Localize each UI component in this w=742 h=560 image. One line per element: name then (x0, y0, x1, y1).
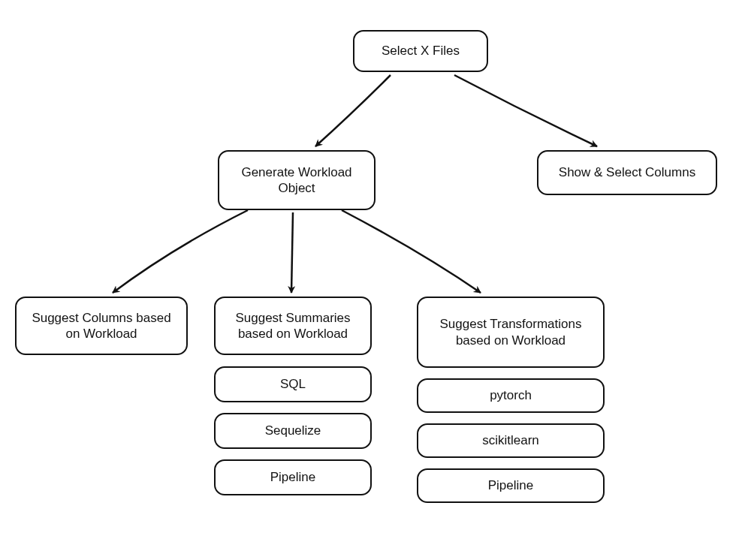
node-label: Suggest Transformations based on Workloa… (429, 316, 593, 348)
node-label: Pipeline (488, 477, 534, 493)
node-summaries-item: Sequelize (214, 413, 372, 449)
node-label: SQL (280, 376, 306, 392)
node-label: Show & Select Columns (559, 164, 695, 180)
node-transformations-item: pytorch (417, 378, 605, 413)
diagram-canvas: Select X Files Generate Workload Object … (0, 0, 742, 560)
node-label: Pipeline (270, 469, 316, 485)
node-generate-workload-object: Generate Workload Object (218, 150, 376, 210)
node-select-x-files: Select X Files (353, 30, 488, 72)
node-label: Suggest Summaries based on Workload (226, 310, 360, 342)
node-label: Sequelize (265, 423, 321, 438)
node-label: pytorch (490, 387, 532, 403)
node-label: scikitlearn (482, 432, 539, 448)
node-suggest-columns: Suggest Columns based on Workload (15, 297, 188, 355)
node-transformations-item: scikitlearn (417, 423, 605, 458)
node-label: Generate Workload Object (230, 164, 363, 197)
node-show-select-columns: Show & Select Columns (537, 150, 717, 195)
node-summaries-item: Pipeline (214, 459, 372, 495)
node-label: Select X Files (382, 43, 460, 59)
node-transformations-item: Pipeline (417, 468, 605, 503)
node-suggest-transformations: Suggest Transformations based on Workloa… (417, 297, 605, 368)
node-suggest-summaries: Suggest Summaries based on Workload (214, 297, 372, 355)
node-label: Suggest Columns based on Workload (27, 310, 176, 342)
node-summaries-item: SQL (214, 366, 372, 402)
